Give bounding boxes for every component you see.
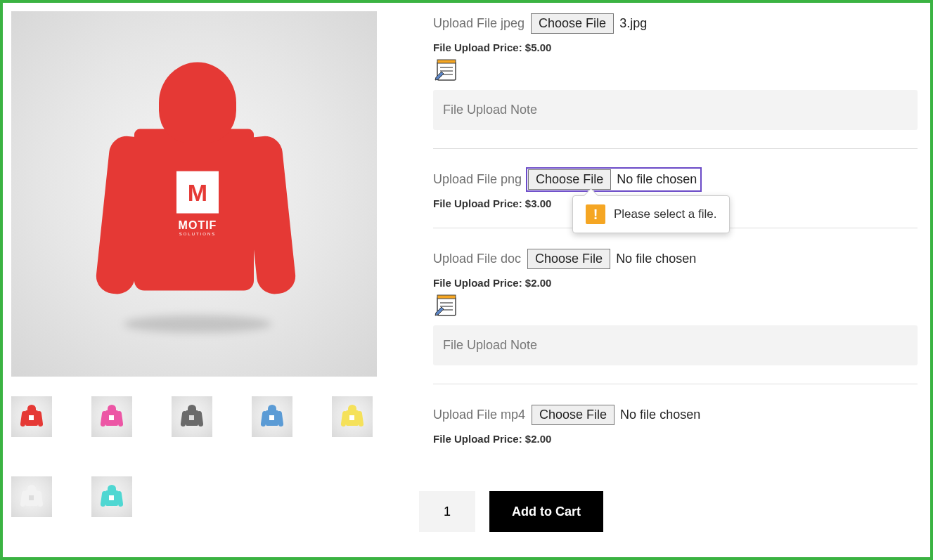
product-logo-text: MOTIF	[162, 219, 233, 232]
upload-doc-block: Upload File doc Choose File No file chos…	[433, 247, 918, 384]
choose-file-doc-button[interactable]: Choose File	[527, 249, 610, 269]
svg-rect-1	[437, 60, 456, 63]
thumbnail-grey[interactable]	[172, 396, 212, 437]
notepad-icon	[433, 293, 458, 318]
product-main-image[interactable]: M MOTIF SOLUTIONS	[11, 11, 377, 377]
warning-icon: !	[586, 204, 605, 224]
product-logo-icon: M	[176, 171, 219, 214]
upload-doc-note-input[interactable]	[433, 325, 918, 365]
product-logo-sub: SOLUTIONS	[162, 232, 233, 236]
file-status-jpeg: 3.jpg	[617, 16, 650, 31]
thumbnail-pink[interactable]	[91, 396, 132, 437]
upload-jpeg-note-input[interactable]	[433, 90, 918, 130]
upload-mp4-block: Upload File mp4 Choose File No file chos…	[433, 403, 918, 463]
add-to-cart-button[interactable]: Add to Cart	[489, 491, 603, 532]
validation-tooltip: ! Please select a file.	[572, 195, 730, 233]
upload-jpeg-price: File Upload Price: $5.00	[433, 41, 918, 53]
upload-doc-price: File Upload Price: $2.00	[433, 277, 918, 289]
upload-doc-label: Upload File doc	[433, 252, 521, 266]
file-status-doc: No file chosen	[613, 252, 699, 266]
file-status-png: No file chosen	[614, 172, 700, 187]
upload-mp4-price: File Upload Price: $2.00	[433, 433, 918, 445]
quantity-input[interactable]	[419, 491, 475, 532]
upload-mp4-label: Upload File mp4	[433, 408, 525, 422]
upload-jpeg-label: Upload File jpeg	[433, 16, 525, 31]
upload-png-label: Upload File png	[433, 172, 522, 187]
thumbnail-blue[interactable]	[252, 396, 292, 437]
tooltip-text: Please select a file.	[614, 207, 716, 221]
thumbnail-red[interactable]	[11, 396, 52, 437]
upload-jpeg-block: Upload File jpeg Choose File 3.jpg File …	[433, 11, 918, 149]
thumbnail-yellow[interactable]	[332, 396, 373, 437]
thumbnail-white[interactable]	[11, 476, 52, 517]
product-thumbnails	[11, 396, 377, 517]
choose-file-png-button[interactable]: Choose File	[528, 169, 611, 190]
upload-png-block: Upload File png Choose File No file chos…	[433, 167, 918, 228]
svg-rect-6	[437, 295, 456, 299]
file-status-mp4: No file chosen	[617, 408, 703, 422]
notepad-icon	[433, 58, 458, 83]
choose-file-mp4-button[interactable]: Choose File	[532, 405, 615, 425]
choose-file-jpeg-button[interactable]: Choose File	[531, 13, 614, 34]
thumbnail-teal[interactable]	[91, 476, 132, 517]
